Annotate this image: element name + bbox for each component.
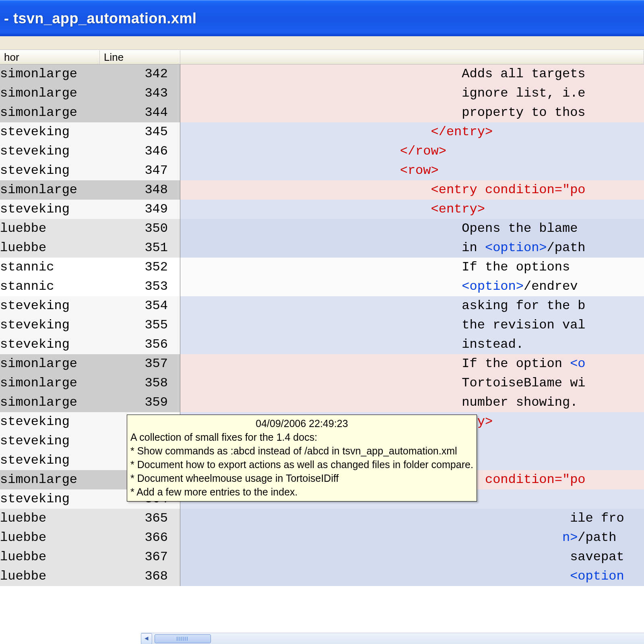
text-segment [184,144,400,159]
blame-row[interactable]: steveking346 </row> [0,142,644,161]
blame-row[interactable]: luebbe350 Opens the blame [0,219,644,238]
author-cell: luebbe [0,219,100,238]
window-title: - tsvn_app_automation.xml [4,10,197,27]
text-segment [184,124,431,139]
content-cell[interactable]: savepat [180,547,644,567]
blame-row[interactable]: steveking349 <entry> [0,200,644,219]
text-segment: /endrev [524,279,578,294]
content-cell[interactable]: <option [180,567,644,586]
content-cell[interactable]: instead. [180,335,644,354]
blame-row[interactable]: simonlarge358 TortoiseBlame wi [0,374,644,393]
blame-row[interactable]: steveking347 <row> [0,161,644,180]
content-cell[interactable]: </row> [180,142,644,161]
line-number-cell: 365 [100,509,180,528]
xml-tag: </entry> [431,124,493,139]
tooltip-line: * Document how to export actions as well… [130,458,473,471]
xml-tag: <row> [400,163,439,178]
blame-row[interactable]: simonlarge343 ignore list, i.e [0,84,644,103]
content-cell[interactable]: TortoiseBlame wi [180,374,644,393]
blame-row[interactable]: steveking356 instead. [0,335,644,354]
content-cell[interactable]: Opens the blame [180,219,644,238]
blame-row[interactable]: luebbe365 ile fro [0,509,644,528]
tooltip-body: A collection of small fixes for the 1.4 … [130,430,473,499]
blame-row[interactable]: stannic353 <option>/endrev [0,277,644,296]
line-number-cell: 351 [100,238,180,258]
author-cell: simonlarge [0,103,100,122]
content-cell[interactable]: n>/path [180,528,644,547]
content-cell[interactable]: ignore list, i.e [180,84,644,103]
content-cell[interactable]: <option>/endrev [180,277,644,296]
blame-row[interactable]: stannic352 If the options [0,258,644,277]
author-cell: stannic [0,277,100,296]
text-segment: ile fro [184,511,624,526]
blame-row[interactable]: steveking354 asking for the b [0,296,644,316]
line-number-cell: 345 [100,122,180,142]
commit-tooltip: 04/09/2006 22:49:23 A collection of smal… [127,415,477,502]
author-cell: steveking [0,431,100,451]
xml-tag: </row> [400,144,446,159]
content-cell[interactable]: <entry> [180,200,644,219]
xml-tag: <entry> [431,202,485,217]
text-segment [184,163,400,178]
content-cell[interactable]: <row> [180,161,644,180]
text-segment: in [184,240,485,255]
author-cell: steveking [0,316,100,335]
author-cell: steveking [0,142,100,161]
title-bar[interactable]: - tsvn_app_automation.xml [0,0,644,36]
scroll-thumb[interactable] [155,634,211,643]
text-segment [184,279,462,294]
blame-row[interactable]: simonlarge348 <entry condition="po [0,180,644,200]
author-cell: stannic [0,258,100,277]
xml-element: <o [570,356,585,371]
blame-row[interactable]: simonlarge344 property to thos [0,103,644,122]
blame-row[interactable]: steveking345 </entry> [0,122,644,142]
tooltip-timestamp: 04/09/2006 22:49:23 [130,417,473,430]
text-segment: savepat [184,549,624,564]
author-cell: simonlarge [0,470,100,489]
line-number-cell: 342 [100,64,180,84]
blame-row[interactable]: steveking355 the revision val [0,316,644,335]
header-line[interactable]: Line [100,50,180,64]
column-headers: hor Line [0,50,644,64]
scroll-track[interactable] [152,634,644,643]
content-cell[interactable]: the revision val [180,316,644,335]
content-cell[interactable]: If the option <o [180,354,644,374]
line-number-cell: 349 [100,200,180,219]
blame-row[interactable]: simonlarge342 Adds all targets [0,64,644,84]
xml-element: <option> [485,240,547,255]
header-content[interactable] [180,50,644,64]
content-cell[interactable]: </entry> [180,122,644,142]
blame-row[interactable]: luebbe366 n>/path [0,528,644,547]
scroll-left-button[interactable]: ◄ [141,633,152,644]
content-cell[interactable]: <entry condition="po [180,180,644,200]
author-cell: simonlarge [0,354,100,374]
line-number-cell: 343 [100,84,180,103]
content-cell[interactable]: Adds all targets [180,64,644,84]
content-cell[interactable]: number showing. [180,393,644,412]
author-cell: luebbe [0,567,100,586]
toolbar-area [0,36,644,50]
xml-element: <option> [462,279,524,294]
line-number-cell: 344 [100,103,180,122]
author-cell: steveking [0,489,100,509]
header-author[interactable]: hor [0,50,100,64]
blame-row[interactable]: luebbe368 <option [0,567,644,586]
text-segment: asking for the b [184,298,586,313]
horizontal-scrollbar[interactable]: ◄ [141,633,644,644]
line-number-cell: 353 [100,277,180,296]
text-segment: Opens the blame [184,221,586,236]
line-number-cell: 348 [100,180,180,200]
blame-row[interactable]: luebbe367 savepat [0,547,644,567]
blame-row[interactable]: simonlarge357 If the option <o [0,354,644,374]
content-cell[interactable]: If the options [180,258,644,277]
blame-row[interactable]: simonlarge359 number showing. [0,393,644,412]
content-cell[interactable]: ile fro [180,509,644,528]
content-cell[interactable]: asking for the b [180,296,644,316]
text-segment: /path [578,530,616,545]
blame-row[interactable]: luebbe351 in <option>/path [0,238,644,258]
line-number-cell: 346 [100,142,180,161]
content-cell[interactable]: in <option>/path [180,238,644,258]
author-cell: simonlarge [0,180,100,200]
app-window: - tsvn_app_automation.xml hor Line simon… [0,0,644,644]
content-cell[interactable]: property to thos [180,103,644,122]
